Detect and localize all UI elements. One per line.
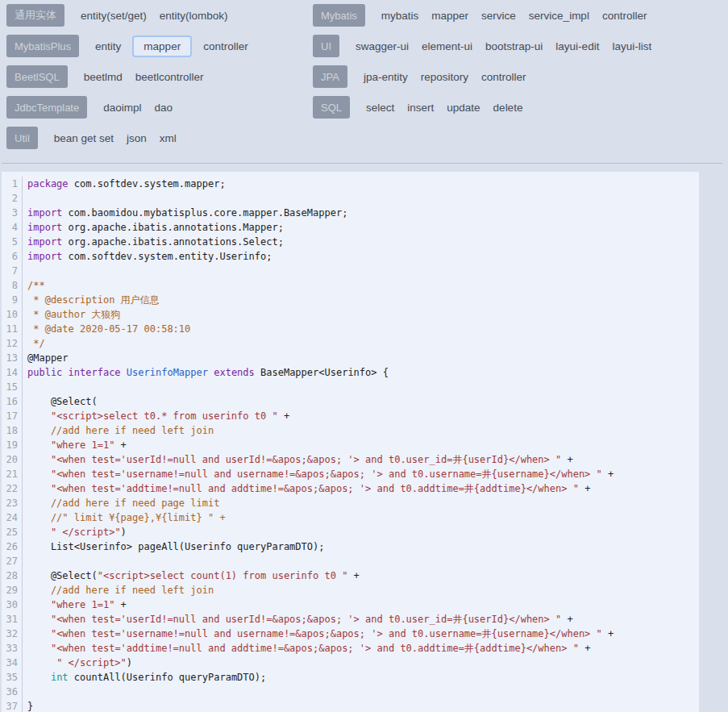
line-number: 18 bbox=[2, 423, 23, 438]
code-line-content: package com.softdev.system.mapper; bbox=[23, 177, 226, 191]
line-number: 37 bbox=[2, 699, 23, 712]
tag-select[interactable]: select bbox=[366, 102, 394, 114]
line-number: 24 bbox=[2, 510, 23, 525]
line-number: 10 bbox=[2, 307, 23, 322]
line-number: 23 bbox=[2, 496, 23, 510]
tag-service[interactable]: service bbox=[481, 10, 516, 22]
tag-entity-set-get[interactable]: entity(set/get) bbox=[81, 10, 147, 22]
tag-bootstrap-ui[interactable]: bootstrap-ui bbox=[485, 40, 543, 52]
tag-group-right-3: SQLselectinsertupdatedelete bbox=[313, 96, 722, 119]
line-number: 6 bbox=[2, 249, 23, 264]
line-number: 13 bbox=[2, 351, 23, 365]
code-line: 35 int countAll(Userinfo queryParamDTO); bbox=[2, 670, 699, 685]
tag-controller[interactable]: controller bbox=[481, 71, 526, 83]
code-line-content: } bbox=[23, 699, 33, 712]
tag-group-left-4: Utilbean get setjsonxml bbox=[6, 127, 313, 149]
tag-column-left: 通用实体entity(set/get)entity(lombok)Mybatis… bbox=[6, 4, 313, 157]
tag-mapper[interactable]: mapper bbox=[132, 35, 192, 57]
tag-json[interactable]: json bbox=[127, 132, 147, 144]
code-line-content: " </script>") bbox=[23, 656, 132, 670]
code-line: 31 "<when test='userId!=null and userId!… bbox=[2, 612, 699, 627]
code-line: 37} bbox=[2, 699, 699, 712]
code-line: 13@Mapper bbox=[2, 351, 699, 365]
code-line: 12 */ bbox=[2, 336, 699, 351]
code-line: 16 @Select( bbox=[2, 394, 699, 409]
code-line: 22 "<when test='addtime!=null and addtim… bbox=[2, 481, 699, 496]
group-chip-sql: SQL bbox=[313, 96, 350, 119]
tag-beetlcontroller[interactable]: beetlcontroller bbox=[135, 71, 204, 83]
tag-beetlmd[interactable]: beetlmd bbox=[84, 71, 123, 83]
line-number: 5 bbox=[2, 235, 23, 249]
code-line-content: //add here if need left join bbox=[23, 423, 214, 438]
code-line: 7 bbox=[2, 264, 699, 278]
code-line-content: import com.softdev.system.entity.Userinf… bbox=[23, 249, 272, 264]
code-line-content: "<when test='addtime!=null and addtime!=… bbox=[23, 481, 590, 496]
code-line-content bbox=[23, 554, 27, 568]
code-line-content: "where 1=1" + bbox=[23, 438, 127, 452]
code-line: 23 //add here if need page limit bbox=[2, 496, 699, 510]
group-chip-通用实体: 通用实体 bbox=[6, 4, 64, 27]
code-line: 2 bbox=[2, 191, 699, 206]
line-number: 14 bbox=[2, 365, 23, 380]
tag-swagger-ui[interactable]: swagger-ui bbox=[356, 40, 409, 52]
tag-repository[interactable]: repository bbox=[421, 71, 468, 83]
code-line-content: " </script>") bbox=[23, 525, 127, 539]
tag-entity[interactable]: entity bbox=[95, 40, 121, 52]
line-number: 32 bbox=[2, 627, 23, 641]
line-number: 27 bbox=[2, 554, 23, 568]
tag-jpa-entity[interactable]: jpa-entity bbox=[364, 71, 408, 83]
line-number: 3 bbox=[2, 206, 23, 220]
code-line: 4import org.apache.ibatis.annotations.Ma… bbox=[2, 220, 699, 235]
tag-controller[interactable]: controller bbox=[203, 40, 248, 52]
code-line-content: int countAll(Userinfo queryParamDTO); bbox=[23, 670, 266, 685]
tag-update[interactable]: update bbox=[447, 102, 480, 114]
code-line-content: import org.apache.ibatis.annotations.Sel… bbox=[23, 235, 284, 249]
tag-layui-list[interactable]: layui-list bbox=[612, 40, 651, 52]
code-line-content: @Select("<script>select count(1) from us… bbox=[23, 568, 360, 583]
tag-dao[interactable]: dao bbox=[155, 102, 173, 114]
tag-xml[interactable]: xml bbox=[160, 132, 177, 144]
tag-column-right: Mybatismybatismapperserviceservice_implc… bbox=[313, 4, 722, 157]
line-number: 25 bbox=[2, 525, 23, 539]
code-line: 32 "<when test='username!=null and usern… bbox=[2, 627, 699, 641]
tag-controller[interactable]: controller bbox=[602, 10, 647, 22]
tag-entity-lombok[interactable]: entity(lombok) bbox=[160, 10, 228, 22]
line-number: 9 bbox=[2, 293, 23, 307]
line-number: 19 bbox=[2, 438, 23, 452]
line-number: 7 bbox=[2, 264, 23, 278]
section-divider bbox=[2, 163, 722, 164]
tag-group-right-0: Mybatismybatismapperserviceservice_implc… bbox=[313, 4, 722, 27]
code-line-content: //add here if need left join bbox=[23, 583, 214, 597]
code-line-content: public interface UserinfoMapper extends … bbox=[23, 365, 389, 380]
code-line-content: /** bbox=[23, 278, 45, 293]
code-line-content: import org.apache.ibatis.annotations.Map… bbox=[23, 220, 284, 235]
tag-service-impl[interactable]: service_impl bbox=[529, 10, 589, 22]
code-line: 8/** bbox=[2, 278, 699, 293]
code-line: 21 "<when test='username!=null and usern… bbox=[2, 467, 699, 481]
code-line: 9 * @description 用户信息 bbox=[2, 293, 699, 307]
tag-mapper[interactable]: mapper bbox=[431, 10, 468, 22]
tag-bean-get-set[interactable]: bean get set bbox=[54, 132, 114, 144]
tag-layui-edit[interactable]: layui-edit bbox=[555, 40, 599, 52]
line-number: 34 bbox=[2, 656, 23, 670]
code-line: 3import com.baomidou.mybatisplus.core.ma… bbox=[2, 206, 699, 220]
tag-daoimpl[interactable]: daoimpl bbox=[103, 102, 141, 114]
code-line: 24 //" limit ¥{page},¥{limit} " + bbox=[2, 510, 699, 525]
code-line: 6import com.softdev.system.entity.Userin… bbox=[2, 249, 699, 264]
code-line-content: "<when test='username!=null and username… bbox=[23, 467, 614, 481]
code-line: 18 //add here if need left join bbox=[2, 423, 699, 438]
tag-delete[interactable]: delete bbox=[493, 102, 523, 114]
line-number: 36 bbox=[2, 685, 23, 699]
code-line: 1package com.softdev.system.mapper; bbox=[2, 177, 699, 191]
tag-group-left-3: JdbcTemplatedaoimpldao bbox=[6, 96, 313, 119]
group-chip-beetlsql: BeetlSQL bbox=[6, 65, 68, 88]
code-line: 28 @Select("<script>select count(1) from… bbox=[2, 568, 699, 583]
line-number: 11 bbox=[2, 322, 23, 336]
tag-mybatis[interactable]: mybatis bbox=[381, 10, 419, 22]
line-number: 8 bbox=[2, 278, 23, 293]
code-line-content bbox=[23, 380, 27, 394]
code-line: 26 List<Userinfo> pageAll(Userinfo query… bbox=[2, 539, 699, 554]
tag-insert[interactable]: insert bbox=[407, 102, 434, 114]
code-line: 30 "where 1=1" + bbox=[2, 597, 699, 612]
tag-element-ui[interactable]: element-ui bbox=[422, 40, 472, 52]
